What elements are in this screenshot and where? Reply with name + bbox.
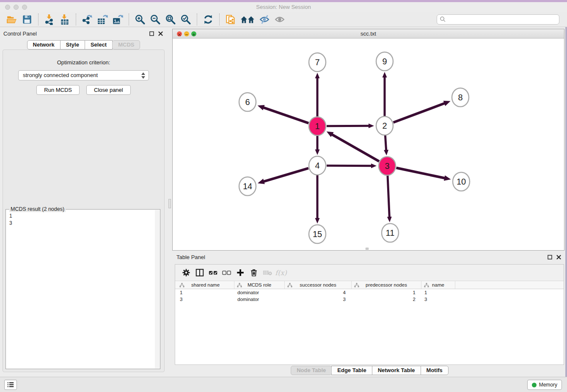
close-table-panel-icon[interactable] (556, 255, 561, 259)
hierarchy-icon (354, 283, 359, 288)
close-panel-button[interactable]: Close panel (86, 85, 131, 95)
graph-node-label: 2 (382, 121, 387, 130)
run-mcds-button[interactable]: Run MCDS (36, 85, 80, 95)
network-window-title: scc.txt (173, 29, 564, 39)
column-header-name[interactable]: name (421, 281, 455, 289)
task-history-button[interactable] (4, 380, 17, 390)
table-cell-shared-name[interactable]: 3 (177, 297, 234, 302)
graph-edge-arrowhead (258, 179, 265, 184)
graph-edge-3-1[interactable] (332, 134, 379, 161)
table-cell-name[interactable]: 1 (421, 290, 455, 295)
show-all-icon[interactable] (273, 14, 286, 25)
select-all-icon[interactable] (207, 267, 219, 278)
criterion-dropdown[interactable]: strongly connected component (18, 70, 149, 80)
table-cell-name[interactable]: 3 (421, 297, 455, 302)
graph-edge-4-3[interactable] (327, 166, 372, 166)
result-scrollbar[interactable] (155, 210, 160, 368)
tab-mcds[interactable]: MCDS (112, 40, 140, 50)
column-header-shared-name[interactable]: shared name (177, 281, 234, 289)
tab-select[interactable]: Select (85, 40, 113, 50)
graph-edge-arrowhead (383, 72, 387, 77)
graph-node-label: 15 (313, 229, 322, 239)
table-cell-mcds-role[interactable]: dominator (234, 297, 285, 302)
search-icon (440, 16, 446, 22)
table-cell-predecessor-nodes[interactable]: 1 (352, 290, 421, 295)
zoom-in-icon[interactable] (134, 14, 146, 25)
mcds-result-line: 3 (9, 220, 157, 227)
zoom-fit-icon[interactable] (164, 14, 177, 25)
graph-edge-3-10[interactable] (396, 168, 446, 178)
delete-row-icon[interactable] (248, 267, 260, 278)
column-header-label: name (432, 282, 444, 287)
import-table-icon[interactable] (58, 14, 71, 25)
graph-edge-1-2[interactable] (327, 126, 369, 126)
graph-edge-2-3[interactable] (385, 135, 386, 151)
tab-network[interactable]: Network (27, 40, 61, 50)
table-cell-successor-nodes[interactable]: 4 (285, 290, 352, 295)
hide-selected-icon[interactable] (258, 14, 271, 25)
open-session-icon[interactable] (6, 14, 18, 25)
zoom-out-icon[interactable] (149, 14, 162, 25)
show-columns-icon[interactable] (194, 267, 206, 278)
column-header-mcds-role[interactable]: MCDS role (234, 281, 285, 289)
graph-edge-4-14[interactable] (263, 168, 308, 182)
tab-network-table[interactable]: Network Table (372, 366, 421, 375)
table-cell-shared-name[interactable]: 1 (177, 290, 234, 295)
close-panel-icon[interactable] (158, 31, 163, 36)
export-image-icon[interactable] (111, 14, 124, 25)
main-toolbar (0, 12, 567, 27)
tab-style[interactable]: Style (60, 40, 85, 50)
graph-edge-arrowhead (387, 217, 392, 222)
tab-edge-table[interactable]: Edge Table (331, 366, 372, 375)
toolbar-separator (76, 14, 76, 25)
export-network-icon[interactable] (81, 14, 94, 25)
refresh-view-icon[interactable] (202, 14, 215, 25)
graph-edge-arrowhead (315, 149, 320, 155)
first-neighbors-icon[interactable] (239, 14, 256, 25)
status-bar: Memory (0, 377, 567, 392)
network-view-window: scc.txt 7968124314101511 (172, 29, 564, 251)
save-session-icon[interactable] (21, 14, 33, 25)
table-row[interactable]: 3dominator323 (175, 296, 564, 303)
tab-motifs[interactable]: Motifs (421, 366, 449, 375)
mcds-result-line: 1 (9, 213, 157, 220)
import-network-icon[interactable] (43, 14, 56, 25)
main-titlebar: Session: New Session (0, 2, 567, 12)
optimization-criterion-label: Optimization criterion: (3, 59, 164, 66)
panel-splitter[interactable] (167, 29, 172, 373)
graph-edge-1-6[interactable] (263, 108, 308, 123)
network-canvas[interactable]: 7968124314101511 (173, 39, 564, 250)
table-cell-mcds-role[interactable]: dominator (234, 290, 285, 295)
graph-node-label: 3 (385, 161, 389, 171)
table-panel-header: Table Panel (172, 252, 567, 263)
float-panel-icon[interactable] (149, 31, 154, 36)
graph-node-label: 10 (457, 177, 466, 186)
hierarchy-icon (179, 283, 184, 288)
graph-edge-arrowhead (384, 150, 388, 155)
duplicate-network-icon[interactable] (224, 14, 237, 25)
table-row[interactable]: 1dominator411 (175, 289, 564, 296)
control-panel-header: Control Panel (0, 29, 167, 40)
table-cell-successor-nodes[interactable]: 3 (285, 297, 352, 302)
deselect-all-icon[interactable] (221, 267, 233, 278)
column-header-successor-nodes[interactable]: successor nodes (285, 281, 352, 289)
float-table-panel-icon[interactable] (548, 255, 552, 259)
search-box[interactable] (437, 14, 559, 25)
zoom-selected-icon[interactable] (179, 14, 192, 25)
graph-edge-3-11[interactable] (388, 175, 389, 218)
table-header-row: shared nameMCDS rolesuccessor nodesprede… (175, 281, 564, 289)
mcds-result-list: 13 (6, 210, 160, 230)
export-table-icon[interactable] (96, 14, 109, 25)
graph-edge-2-8[interactable] (394, 103, 445, 123)
control-panel: Control Panel NetworkStyleSelectMCDS Opt… (0, 29, 167, 373)
splitter-handle[interactable] (168, 199, 171, 208)
memory-button[interactable]: Memory (527, 380, 562, 390)
network-resize-grip[interactable] (366, 248, 369, 250)
table-cell-predecessor-nodes[interactable]: 2 (352, 297, 421, 302)
search-input[interactable] (446, 16, 556, 23)
table-options-icon[interactable] (180, 267, 192, 278)
column-header-predecessor-nodes[interactable]: predecessor nodes (352, 281, 421, 289)
add-row-icon[interactable] (234, 267, 246, 278)
column-header-label: shared name (191, 282, 220, 287)
tab-node-table[interactable]: Node Table (291, 366, 332, 375)
